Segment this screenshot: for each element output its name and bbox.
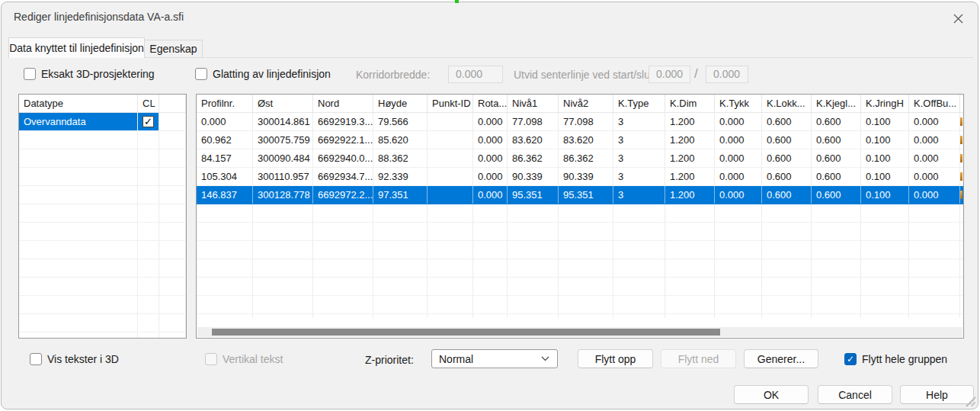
cl-cell[interactable] — [138, 113, 159, 130]
z-prioritet-dropdown[interactable]: Normal — [431, 349, 558, 368]
table-cell[interactable]: 77.098 — [559, 113, 613, 130]
table-cell[interactable]: 1.200 — [665, 149, 715, 167]
table-cell[interactable]: 83.620 — [508, 131, 559, 149]
flytt-hele-gruppen-checkbox[interactable] — [844, 353, 857, 365]
table-cell[interactable]: 6692934.7... — [313, 168, 373, 185]
table-cell[interactable] — [428, 186, 473, 204]
table-cell[interactable]: 146.837 — [197, 186, 253, 204]
table-cell[interactable]: 0.000 — [715, 131, 762, 149]
table-cell[interactable]: 6692972.2... — [313, 186, 373, 204]
datatype-cell[interactable]: Overvanndata — [19, 113, 138, 130]
table-cell[interactable]: 88.362 — [373, 149, 428, 167]
table-cell[interactable]: 0.600 — [812, 149, 861, 167]
table-cell[interactable]: 1.200 — [665, 131, 715, 149]
table-cell[interactable]: 83.620 — [559, 131, 613, 149]
table-cell[interactable]: 95.351 — [508, 186, 559, 204]
table-cell[interactable]: 0.000 — [715, 113, 762, 130]
tab-data-knyttet-til-linjedefinisjon[interactable]: Data knyttet til linjedefinisjon — [8, 37, 145, 58]
table-cell[interactable]: 0.600 — [812, 168, 861, 185]
table-cell[interactable]: 0.000 — [909, 168, 960, 185]
table-cell[interactable]: 1.200 — [665, 186, 715, 204]
table-cell[interactable]: 6692940.0... — [313, 149, 373, 167]
table-cell[interactable]: 300014.861 — [253, 113, 313, 130]
generer-button[interactable]: Generer... — [744, 349, 818, 368]
table-cell[interactable]: 0.000 — [473, 131, 508, 149]
table-cell[interactable]: 0.000 — [197, 113, 253, 130]
table-cell[interactable]: 0.600 — [762, 113, 812, 130]
table-cell[interactable]: 0.600 — [762, 168, 812, 185]
datatype-row[interactable]: Overvanndata — [19, 113, 186, 131]
table-cell[interactable]: 90.339 — [559, 168, 613, 185]
table-cell[interactable]: 0.000 — [909, 149, 960, 167]
table-cell[interactable]: 97.351 — [373, 186, 428, 204]
table-cell[interactable]: 90.339 — [508, 168, 559, 185]
table-cell[interactable]: 0.000 — [473, 168, 508, 185]
table-cell[interactable]: 3 — [613, 168, 665, 185]
table-cell[interactable]: 105.304 — [197, 168, 253, 185]
table-cell[interactable]: 0.600 — [762, 186, 812, 204]
table-row[interactable]: 60.962300075.7596692922.1...85.6200.0008… — [197, 131, 963, 149]
table-cell[interactable]: 86.362 — [508, 149, 559, 167]
table-cell[interactable]: 300075.759 — [253, 131, 313, 149]
table-row[interactable]: 84.157300090.4846692940.0...88.3620.0008… — [197, 149, 963, 168]
table-cell[interactable]: 0.600 — [762, 149, 812, 167]
table-cell[interactable]: 95.351 — [559, 186, 613, 204]
table-cell[interactable]: 0.000 — [473, 149, 508, 167]
table-cell[interactable]: 0.000 — [715, 186, 762, 204]
table-cell[interactable]: 85.620 — [373, 131, 428, 149]
cancel-button[interactable]: Cancel — [818, 385, 892, 404]
table-cell[interactable]: 60.962 — [197, 131, 253, 149]
table-cell[interactable]: 79.566 — [373, 113, 428, 130]
glatting-checkbox[interactable] — [195, 68, 207, 80]
table-cell[interactable]: 0.600 — [812, 186, 861, 204]
table-cell[interactable]: 0.000 — [715, 149, 762, 167]
table-cell[interactable]: 0.600 — [812, 113, 861, 130]
table-cell[interactable]: 6692922.1... — [313, 131, 373, 149]
table-cell[interactable]: 1.200 — [665, 168, 715, 185]
table-cell[interactable]: 0.000 — [473, 186, 508, 204]
table-cell[interactable]: 3 — [613, 131, 665, 149]
table-cell[interactable]: 0.100 — [861, 131, 909, 149]
ok-button[interactable]: OK — [734, 385, 809, 404]
table-cell[interactable]: 0.100 — [861, 186, 909, 204]
cl-checkbox[interactable] — [143, 116, 154, 127]
table-cell[interactable]: 84.157 — [197, 149, 253, 167]
table-cell[interactable]: 3 — [613, 149, 665, 167]
table-cell[interactable]: 1.200 — [665, 113, 715, 130]
close-button[interactable] — [943, 7, 972, 30]
table-cell[interactable]: 6692919.3... — [313, 113, 373, 130]
korridorbredde-field[interactable]: 0.000 — [448, 66, 503, 83]
vis-tekster-checkbox[interactable] — [30, 353, 42, 365]
eksakt-3d-checkbox[interactable] — [24, 68, 36, 80]
table-row[interactable]: 0.000300014.8616692919.3...79.5660.00077… — [197, 113, 963, 131]
table-cell[interactable]: 0.000 — [909, 186, 960, 204]
table-cell[interactable]: 3 — [613, 186, 665, 204]
table-cell[interactable]: 86.362 — [559, 149, 613, 167]
table-cell[interactable]: 300128.778 — [253, 186, 313, 204]
table-cell[interactable]: 0.600 — [762, 131, 812, 149]
scrollbar-thumb[interactable] — [212, 329, 720, 336]
table-cell[interactable] — [428, 131, 473, 149]
table-cell[interactable]: 300110.957 — [253, 168, 313, 185]
help-button[interactable]: Help — [900, 385, 974, 404]
table-cell[interactable]: 77.098 — [508, 113, 559, 130]
table-cell[interactable]: 0.600 — [812, 131, 861, 149]
table-cell[interactable]: 3 — [613, 113, 665, 130]
table-cell[interactable]: 0.000 — [909, 113, 960, 130]
table-cell[interactable]: 0.000 — [909, 131, 960, 149]
table-row-selected[interactable]: 146.837300128.7786692972.2...97.3510.000… — [197, 186, 963, 204]
table-cell[interactable]: 0.100 — [861, 113, 909, 130]
table-cell[interactable] — [428, 113, 473, 130]
table-cell[interactable]: 0.100 — [861, 168, 909, 185]
utvid-start-field[interactable]: 0.000 — [649, 66, 690, 83]
utvid-slutt-field[interactable]: 0.000 — [706, 66, 748, 83]
table-cell[interactable]: 0.000 — [715, 168, 762, 185]
table-cell[interactable]: 0.000 — [473, 113, 508, 130]
flytt-opp-button[interactable]: Flytt opp — [578, 349, 653, 368]
table-row[interactable]: 105.304300110.9576692934.7...92.3390.000… — [197, 168, 963, 186]
table-cell[interactable] — [428, 168, 473, 185]
table-cell[interactable] — [428, 149, 473, 167]
table-cell[interactable]: 0.100 — [861, 149, 909, 167]
tab-egenskap[interactable]: Egenskap — [145, 40, 203, 57]
table-cell[interactable]: 92.339 — [373, 168, 428, 185]
